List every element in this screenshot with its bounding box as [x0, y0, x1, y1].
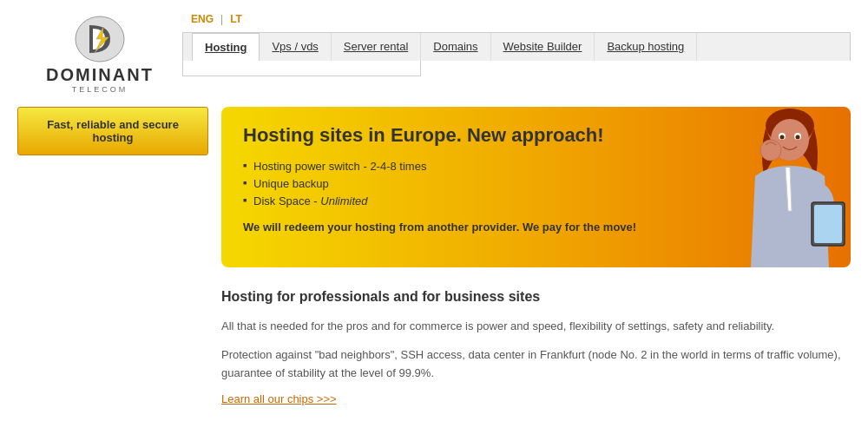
svg-point-6: [780, 135, 785, 140]
banner: Hosting sites in Europe. New approach! H…: [221, 107, 851, 267]
nav-underline: [182, 61, 421, 76]
body-heading: Hosting for professionals and for busine…: [221, 289, 851, 305]
learn-more-link[interactable]: Learn all our chips >>>: [221, 392, 337, 405]
banner-feature-3-prefix: Disk Space -: [253, 194, 320, 207]
nav-item-domains[interactable]: Domains: [421, 33, 490, 61]
banner-person-image: [677, 107, 851, 267]
language-bar: ENG | LT: [182, 9, 851, 32]
lang-eng-link[interactable]: ENG: [191, 13, 214, 25]
banner-feature-3-italic: Unlimited: [320, 194, 367, 207]
right-area: ENG | LT Hosting Vps / vds Server rental…: [182, 9, 851, 76]
body-section: Hosting for professionals and for busine…: [221, 285, 851, 410]
main-layout: Fast, reliable and secure hosting Hostin…: [0, 98, 868, 418]
logo-container: Dominant TELECOM: [17, 9, 182, 98]
sidebar-cta-button[interactable]: Fast, reliable and secure hosting: [17, 107, 208, 155]
nav-item-website-builder[interactable]: Website Builder: [491, 33, 595, 61]
nav-item-vps[interactable]: Vps / vds: [260, 33, 331, 61]
svg-point-7: [796, 135, 800, 140]
person-svg: [677, 107, 851, 267]
logo-brand: Dominant: [46, 65, 154, 85]
lang-separator: |: [220, 13, 223, 25]
body-para1: All that is needed for the pros and for …: [221, 318, 851, 336]
body-para2: Protection against "bad neighbors", SSH …: [221, 346, 851, 383]
logo-subtitle: TELECOM: [72, 85, 128, 94]
logo-icon: [65, 13, 135, 65]
nav-item-backup-hosting[interactable]: Backup hosting: [595, 33, 697, 61]
main-content: Hosting sites in Europe. New approach! H…: [221, 107, 851, 410]
header: Dominant TELECOM ENG | LT Hosting Vps / …: [0, 0, 868, 98]
sidebar: Fast, reliable and secure hosting: [17, 107, 208, 410]
nav-item-hosting[interactable]: Hosting: [192, 33, 260, 62]
navigation-bar: Hosting Vps / vds Server rental Domains …: [182, 32, 851, 61]
logo-area: Dominant TELECOM: [17, 9, 182, 98]
nav-item-server-rental[interactable]: Server rental: [332, 33, 421, 61]
lang-lt-link[interactable]: LT: [230, 13, 242, 25]
svg-rect-10: [814, 205, 842, 243]
